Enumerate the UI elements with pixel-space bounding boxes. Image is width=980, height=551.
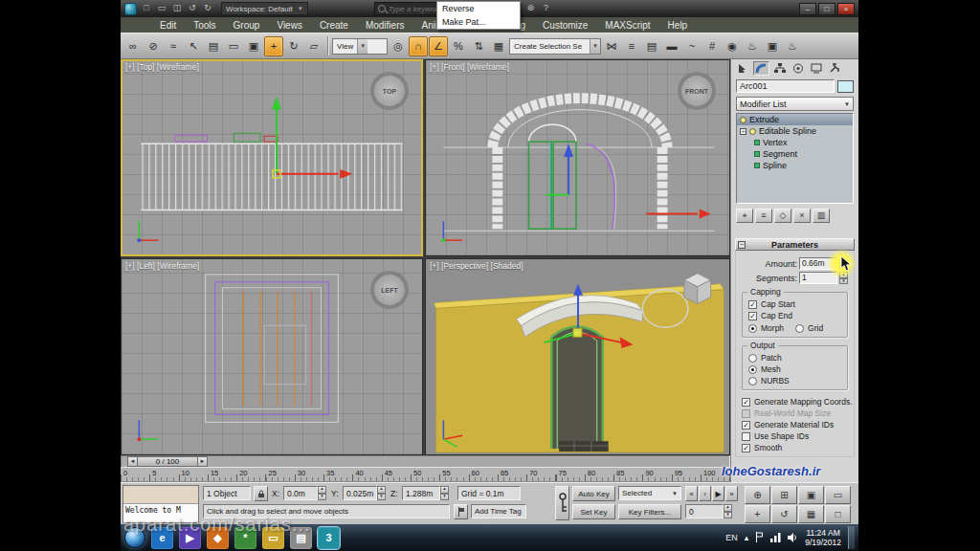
select-by-name-icon[interactable]: ▤ — [204, 36, 223, 56]
language-indicator[interactable]: EN — [725, 533, 738, 542]
option-checkbox[interactable]: Generate Material IDs — [740, 419, 850, 430]
curve-editor-icon[interactable]: ~ — [682, 36, 702, 56]
select-and-rotate-icon[interactable]: ↻ — [284, 36, 303, 56]
orbit-icon[interactable]: ↺ — [771, 505, 797, 523]
action-center-icon[interactable] — [755, 529, 764, 546]
y-coordinate-field[interactable]: 0.025m — [343, 486, 377, 500]
viewcube-front[interactable]: FRONT — [678, 72, 716, 110]
modifier-stack-item[interactable]: − Spline — [737, 160, 853, 171]
capping-radio[interactable]: Grid — [793, 322, 823, 334]
menu-item[interactable]: Customize — [534, 17, 596, 33]
capping-radio[interactable]: Morph — [746, 322, 784, 334]
output-radio[interactable]: NURBS — [746, 375, 843, 386]
menu-item[interactable]: Edit — [151, 17, 185, 33]
go-to-end-icon[interactable]: » — [725, 486, 738, 501]
render-production-icon[interactable]: ♨ — [783, 36, 802, 56]
viewport-perspective[interactable]: [+] [Perspective] [Shaded] — [425, 258, 730, 455]
schematic-view-icon[interactable]: # — [702, 36, 722, 56]
material-editor-icon[interactable]: ◉ — [723, 36, 742, 56]
amount-field[interactable]: 0.66m — [799, 257, 837, 270]
segments-field[interactable]: 1 — [799, 272, 837, 284]
save-file-icon[interactable]: ◫ — [170, 2, 184, 15]
hidden-icons-icon[interactable]: ▴ — [745, 533, 749, 542]
percent-snap-icon[interactable]: % — [449, 36, 468, 56]
viewcube-top[interactable]: TOP — [370, 72, 409, 110]
taskbar-clock[interactable]: 11:24 AM 9/19/2012 — [805, 528, 841, 547]
modifier-stack-item[interactable]: − Segment — [737, 148, 853, 160]
unlink-selection-icon[interactable]: ⊘ — [144, 36, 163, 56]
motion-tab-icon[interactable] — [790, 61, 806, 76]
auto-key-button[interactable]: Auto Key — [572, 486, 615, 501]
layer-manager-icon[interactable]: ▤ — [642, 36, 661, 56]
timeline-ruler[interactable]: 0510152025303540455055606570758085909510… — [121, 468, 730, 482]
selection-set-dropdown[interactable]: Selected▼ — [618, 486, 681, 500]
select-and-link-icon[interactable]: ∞ — [123, 36, 143, 56]
pin-stack-icon[interactable]: ⌖ — [736, 209, 753, 223]
select-object-icon[interactable]: ↖ — [184, 36, 203, 56]
utilities-tab-icon[interactable] — [826, 61, 842, 76]
previous-frame-arrow-icon[interactable]: ◄ — [127, 456, 138, 467]
reference-coordinate-dropdown[interactable]: View ▼ — [332, 38, 388, 55]
object-color-swatch[interactable] — [837, 80, 854, 93]
3dsmax-taskbar-icon[interactable]: 3 — [318, 527, 340, 549]
hierarchy-tab-icon[interactable] — [771, 61, 788, 76]
viewcube-left[interactable]: LEFT — [370, 271, 409, 309]
selection-region-icon[interactable]: ▭ — [224, 36, 243, 56]
make-unique-icon[interactable]: ◇ — [774, 209, 791, 223]
z-spinner[interactable]: ▲▼ — [440, 486, 449, 500]
previous-frame-icon[interactable]: ‹ — [699, 486, 711, 501]
workspace-dropdown[interactable]: Workspace: Default ▼ — [221, 2, 308, 15]
x-coordinate-field[interactable]: 0.0m — [283, 486, 318, 500]
window-crossing-icon[interactable]: ▣ — [244, 36, 263, 56]
rendered-frame-icon[interactable]: ▣ — [763, 36, 782, 56]
new-scene-icon[interactable]: □ — [140, 2, 153, 15]
menu-item[interactable]: MAXScript — [596, 17, 658, 33]
use-pivot-point-icon[interactable]: ◎ — [389, 36, 408, 56]
go-to-start-icon[interactable]: « — [685, 486, 698, 501]
maximize-button[interactable]: □ — [818, 3, 835, 15]
time-tag-icon[interactable] — [454, 504, 468, 519]
selection-lock-icon[interactable] — [254, 486, 268, 501]
menu-item[interactable]: Modifiers — [357, 17, 413, 33]
viewport-left-label[interactable]: [+] [Left] [Wireframe] — [125, 261, 199, 271]
y-spinner[interactable]: ▲▼ — [377, 486, 386, 500]
angle-snap-icon[interactable]: ∠ — [429, 36, 448, 56]
option-checkbox[interactable]: Smooth — [740, 442, 850, 453]
show-end-result-icon[interactable]: ≡ — [755, 209, 772, 223]
set-key-button[interactable]: Set Key — [572, 504, 615, 519]
display-tab-icon[interactable] — [808, 61, 824, 76]
capping-checkbox[interactable]: Cap End — [746, 310, 843, 321]
edit-named-selection-sets-icon[interactable]: ▦ — [489, 36, 508, 56]
zoom-extents-icon[interactable]: ▣ — [798, 486, 824, 504]
menu-item[interactable]: Group — [225, 17, 269, 33]
parameters-rollout-header[interactable]: − Parameters — [735, 238, 855, 251]
redo-icon[interactable]: ↻ — [201, 2, 214, 15]
show-desktop-button[interactable] — [848, 526, 855, 549]
configure-modifier-sets-icon[interactable]: ▥ — [813, 209, 830, 223]
output-radio[interactable]: Mesh — [746, 364, 843, 375]
zoom-all-icon[interactable]: ⊞ — [771, 486, 797, 504]
bulb-icon[interactable] — [740, 117, 746, 123]
object-name-field[interactable]: Arc001 — [736, 79, 835, 93]
popup-menu-item[interactable]: Reverse — [437, 2, 520, 15]
key-filters-button[interactable]: Key Filters... — [618, 504, 681, 519]
frame-spinner[interactable]: ▲▼ — [724, 504, 732, 518]
zoom-region-icon[interactable]: ▭ — [825, 486, 851, 504]
remove-modifier-icon[interactable]: × — [793, 209, 811, 223]
viewport-front[interactable]: [+] [Front] [Wireframe] FRONT — [425, 59, 730, 256]
3dsmax-logo-icon[interactable] — [124, 3, 137, 15]
pan-icon[interactable]: + — [745, 505, 770, 523]
viewport-front-label[interactable]: [+] [Front] [Wireframe] — [430, 62, 509, 72]
bulb-icon[interactable] — [749, 128, 756, 135]
render-setup-icon[interactable]: ♨ — [743, 36, 762, 56]
open-file-icon[interactable]: ▭ — [155, 2, 168, 15]
menu-item[interactable]: Tools — [185, 17, 224, 33]
z-coordinate-field[interactable]: 1.288m — [402, 486, 440, 500]
viewport-left[interactable]: [+] [Left] [Wireframe] LEFT — [121, 258, 423, 455]
viewport-top-label[interactable]: [+] [Top] [Wireframe] — [125, 62, 199, 72]
modifier-stack-item[interactable]: − Editable Spline — [737, 125, 853, 137]
play-icon[interactable]: ▶ — [712, 486, 724, 501]
minimize-button[interactable]: – — [799, 3, 816, 15]
help-icon[interactable]: ? — [540, 2, 553, 15]
modifier-stack-item[interactable]: − Vertex — [737, 137, 853, 148]
